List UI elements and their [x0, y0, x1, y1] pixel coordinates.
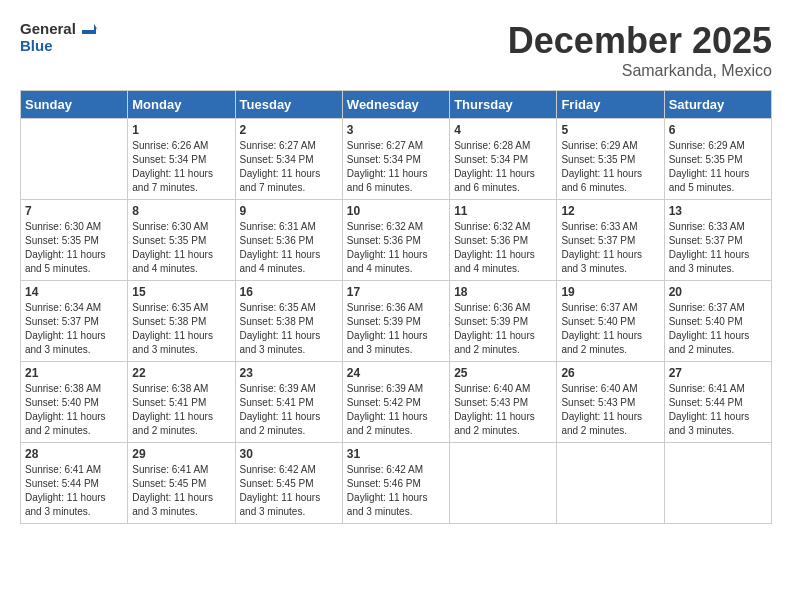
weekday-monday: Monday: [128, 91, 235, 119]
logo: General Blue: [20, 20, 98, 55]
day-info: Sunrise: 6:36 AM Sunset: 5:39 PM Dayligh…: [347, 301, 445, 357]
day-number: 11: [454, 204, 552, 218]
calendar-cell: [557, 443, 664, 524]
calendar-cell: [21, 119, 128, 200]
day-info: Sunrise: 6:29 AM Sunset: 5:35 PM Dayligh…: [561, 139, 659, 195]
day-info: Sunrise: 6:32 AM Sunset: 5:36 PM Dayligh…: [454, 220, 552, 276]
day-info: Sunrise: 6:40 AM Sunset: 5:43 PM Dayligh…: [454, 382, 552, 438]
calendar-cell: 22Sunrise: 6:38 AM Sunset: 5:41 PM Dayli…: [128, 362, 235, 443]
day-info: Sunrise: 6:40 AM Sunset: 5:43 PM Dayligh…: [561, 382, 659, 438]
day-info: Sunrise: 6:41 AM Sunset: 5:44 PM Dayligh…: [669, 382, 767, 438]
day-number: 15: [132, 285, 230, 299]
day-info: Sunrise: 6:29 AM Sunset: 5:35 PM Dayligh…: [669, 139, 767, 195]
day-info: Sunrise: 6:30 AM Sunset: 5:35 PM Dayligh…: [25, 220, 123, 276]
day-number: 29: [132, 447, 230, 461]
svg-marker-0: [82, 24, 98, 34]
day-info: Sunrise: 6:35 AM Sunset: 5:38 PM Dayligh…: [132, 301, 230, 357]
day-number: 25: [454, 366, 552, 380]
day-number: 27: [669, 366, 767, 380]
title-block: December 2025 Samarkanda, Mexico: [508, 20, 772, 80]
month-title: December 2025: [508, 20, 772, 62]
calendar-cell: 3Sunrise: 6:27 AM Sunset: 5:34 PM Daylig…: [342, 119, 449, 200]
weekday-wednesday: Wednesday: [342, 91, 449, 119]
calendar-cell: 5Sunrise: 6:29 AM Sunset: 5:35 PM Daylig…: [557, 119, 664, 200]
week-row-3: 14Sunrise: 6:34 AM Sunset: 5:37 PM Dayli…: [21, 281, 772, 362]
calendar-cell: 12Sunrise: 6:33 AM Sunset: 5:37 PM Dayli…: [557, 200, 664, 281]
logo-arrow-icon: [80, 24, 98, 36]
day-number: 23: [240, 366, 338, 380]
calendar-cell: 29Sunrise: 6:41 AM Sunset: 5:45 PM Dayli…: [128, 443, 235, 524]
day-number: 14: [25, 285, 123, 299]
day-number: 22: [132, 366, 230, 380]
calendar-cell: 4Sunrise: 6:28 AM Sunset: 5:34 PM Daylig…: [450, 119, 557, 200]
weekday-saturday: Saturday: [664, 91, 771, 119]
week-row-2: 7Sunrise: 6:30 AM Sunset: 5:35 PM Daylig…: [21, 200, 772, 281]
calendar-cell: 25Sunrise: 6:40 AM Sunset: 5:43 PM Dayli…: [450, 362, 557, 443]
calendar-cell: 21Sunrise: 6:38 AM Sunset: 5:40 PM Dayli…: [21, 362, 128, 443]
day-number: 4: [454, 123, 552, 137]
weekday-thursday: Thursday: [450, 91, 557, 119]
calendar-cell: 11Sunrise: 6:32 AM Sunset: 5:36 PM Dayli…: [450, 200, 557, 281]
day-info: Sunrise: 6:36 AM Sunset: 5:39 PM Dayligh…: [454, 301, 552, 357]
page-header: General Blue December 2025 Samarkanda, M…: [20, 20, 772, 80]
day-number: 12: [561, 204, 659, 218]
day-info: Sunrise: 6:34 AM Sunset: 5:37 PM Dayligh…: [25, 301, 123, 357]
day-info: Sunrise: 6:42 AM Sunset: 5:46 PM Dayligh…: [347, 463, 445, 519]
logo-general: General: [20, 20, 98, 37]
calendar-cell: 1Sunrise: 6:26 AM Sunset: 5:34 PM Daylig…: [128, 119, 235, 200]
day-number: 1: [132, 123, 230, 137]
day-info: Sunrise: 6:33 AM Sunset: 5:37 PM Dayligh…: [561, 220, 659, 276]
day-number: 9: [240, 204, 338, 218]
location-subtitle: Samarkanda, Mexico: [508, 62, 772, 80]
day-number: 28: [25, 447, 123, 461]
calendar-cell: [664, 443, 771, 524]
calendar-cell: 24Sunrise: 6:39 AM Sunset: 5:42 PM Dayli…: [342, 362, 449, 443]
calendar-cell: 17Sunrise: 6:36 AM Sunset: 5:39 PM Dayli…: [342, 281, 449, 362]
day-number: 30: [240, 447, 338, 461]
logo-blue: Blue: [20, 37, 98, 54]
calendar-cell: 13Sunrise: 6:33 AM Sunset: 5:37 PM Dayli…: [664, 200, 771, 281]
day-number: 2: [240, 123, 338, 137]
calendar-cell: 14Sunrise: 6:34 AM Sunset: 5:37 PM Dayli…: [21, 281, 128, 362]
week-row-4: 21Sunrise: 6:38 AM Sunset: 5:40 PM Dayli…: [21, 362, 772, 443]
calendar-cell: 26Sunrise: 6:40 AM Sunset: 5:43 PM Dayli…: [557, 362, 664, 443]
calendar-cell: 28Sunrise: 6:41 AM Sunset: 5:44 PM Dayli…: [21, 443, 128, 524]
day-number: 19: [561, 285, 659, 299]
day-info: Sunrise: 6:42 AM Sunset: 5:45 PM Dayligh…: [240, 463, 338, 519]
weekday-tuesday: Tuesday: [235, 91, 342, 119]
day-info: Sunrise: 6:41 AM Sunset: 5:45 PM Dayligh…: [132, 463, 230, 519]
day-number: 31: [347, 447, 445, 461]
day-info: Sunrise: 6:39 AM Sunset: 5:42 PM Dayligh…: [347, 382, 445, 438]
calendar-cell: 16Sunrise: 6:35 AM Sunset: 5:38 PM Dayli…: [235, 281, 342, 362]
day-info: Sunrise: 6:39 AM Sunset: 5:41 PM Dayligh…: [240, 382, 338, 438]
weekday-header-row: SundayMondayTuesdayWednesdayThursdayFrid…: [21, 91, 772, 119]
day-number: 13: [669, 204, 767, 218]
week-row-1: 1Sunrise: 6:26 AM Sunset: 5:34 PM Daylig…: [21, 119, 772, 200]
calendar-cell: 6Sunrise: 6:29 AM Sunset: 5:35 PM Daylig…: [664, 119, 771, 200]
day-number: 21: [25, 366, 123, 380]
day-info: Sunrise: 6:26 AM Sunset: 5:34 PM Dayligh…: [132, 139, 230, 195]
day-number: 16: [240, 285, 338, 299]
calendar-cell: [450, 443, 557, 524]
day-number: 20: [669, 285, 767, 299]
day-info: Sunrise: 6:32 AM Sunset: 5:36 PM Dayligh…: [347, 220, 445, 276]
day-number: 5: [561, 123, 659, 137]
day-info: Sunrise: 6:38 AM Sunset: 5:41 PM Dayligh…: [132, 382, 230, 438]
calendar-cell: 2Sunrise: 6:27 AM Sunset: 5:34 PM Daylig…: [235, 119, 342, 200]
day-number: 8: [132, 204, 230, 218]
calendar-cell: 27Sunrise: 6:41 AM Sunset: 5:44 PM Dayli…: [664, 362, 771, 443]
day-info: Sunrise: 6:41 AM Sunset: 5:44 PM Dayligh…: [25, 463, 123, 519]
day-info: Sunrise: 6:37 AM Sunset: 5:40 PM Dayligh…: [669, 301, 767, 357]
day-info: Sunrise: 6:33 AM Sunset: 5:37 PM Dayligh…: [669, 220, 767, 276]
day-number: 3: [347, 123, 445, 137]
day-number: 6: [669, 123, 767, 137]
day-number: 7: [25, 204, 123, 218]
calendar-cell: 19Sunrise: 6:37 AM Sunset: 5:40 PM Dayli…: [557, 281, 664, 362]
day-info: Sunrise: 6:38 AM Sunset: 5:40 PM Dayligh…: [25, 382, 123, 438]
calendar-cell: 18Sunrise: 6:36 AM Sunset: 5:39 PM Dayli…: [450, 281, 557, 362]
week-row-5: 28Sunrise: 6:41 AM Sunset: 5:44 PM Dayli…: [21, 443, 772, 524]
calendar-cell: 7Sunrise: 6:30 AM Sunset: 5:35 PM Daylig…: [21, 200, 128, 281]
day-info: Sunrise: 6:37 AM Sunset: 5:40 PM Dayligh…: [561, 301, 659, 357]
calendar-cell: 10Sunrise: 6:32 AM Sunset: 5:36 PM Dayli…: [342, 200, 449, 281]
day-info: Sunrise: 6:27 AM Sunset: 5:34 PM Dayligh…: [240, 139, 338, 195]
